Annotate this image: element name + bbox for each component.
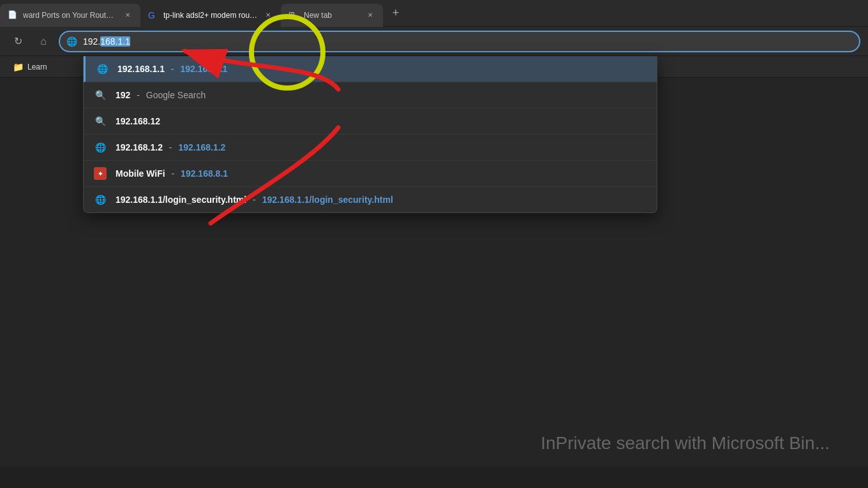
tab2-icon: G (148, 10, 158, 20)
dropdown-item-3[interactable]: 🌐 192.168.1.2 - 192.168.1.2 (84, 135, 657, 161)
dropdown-text-5: 192.168.1.1/login_security.html - 192.16… (116, 195, 393, 205)
dropdown-text-3: 192.168.1.2 - 192.168.1.2 (116, 142, 225, 152)
tab1-close[interactable]: ✕ (123, 10, 133, 20)
dropdown-bold-1: 192 (116, 90, 130, 100)
inprivate-text: InPrivate search with Microsoft Bin... (541, 433, 830, 454)
mobile-wifi-badge: ✦ (94, 167, 107, 180)
dropdown-link-4: 192.168.8.1 (181, 168, 228, 179)
search-icon-2: 🔍 (94, 115, 107, 128)
dropdown-dim-1: Google Search (146, 90, 206, 100)
home-button[interactable]: ⌂ (33, 31, 54, 52)
address-text-normal: 192. (83, 36, 100, 47)
refresh-button[interactable]: ↻ (8, 31, 28, 52)
tab2-close[interactable]: ✕ (263, 10, 273, 20)
dropdown-item-4[interactable]: ✦ Mobile WiFi - 192.168.8.1 (84, 161, 657, 187)
dropdown-link-5: 192.168.1.1/login_security.html (262, 195, 393, 205)
dropdown-sep-0: - (171, 64, 174, 74)
dropdown-sep-3: - (169, 142, 172, 152)
search-icon-1: 🔍 (94, 89, 107, 101)
dropdown-text-0: 192.168.1.1 - 192.168.1.1 (117, 64, 227, 74)
dropdown-item-2[interactable]: 🔍 192.168.12 (84, 108, 657, 135)
add-tab-button[interactable]: + (385, 3, 406, 24)
dropdown-item-1[interactable]: 🔍 192 - Google Search (84, 82, 657, 108)
tab3-icon: ⊞ (288, 10, 299, 20)
tab3-title: New tab (304, 11, 360, 20)
dropdown-sep-5: - (253, 195, 256, 205)
dropdown-sep-1: - (137, 90, 140, 100)
tab-bar: 📄 ward Ports on Your Router fo... ✕ G tp… (0, 0, 868, 27)
globe-icon-3: 🌐 (94, 141, 107, 154)
dropdown-link-0: 192.168.1.1 (180, 64, 227, 74)
bookmark-learn[interactable]: 📁 Learn (8, 59, 52, 75)
dropdown-item-5[interactable]: 🌐 192.168.1.1/login_security.html - 192.… (84, 187, 657, 212)
nav-bar: ↻ ⌂ 🌐 192.168.1.1 (0, 27, 868, 56)
tab3-close[interactable]: ✕ (365, 10, 375, 20)
bookmark-learn-label: Learn (27, 63, 47, 71)
address-bar[interactable]: 192.168.1.1 (59, 31, 860, 52)
dropdown-link-3: 192.168.1.2 (178, 142, 225, 152)
address-globe-icon: 🌐 (66, 36, 77, 47)
folder-icon: 📁 (13, 62, 24, 72)
dropdown-bold-3: 192.168.1.2 (116, 142, 163, 152)
address-text-selected: 168.1.1 (100, 36, 130, 47)
dropdown-bold-4: Mobile WiFi (116, 168, 165, 179)
tab-tplink[interactable]: G tp-link adsl2+ modem router IP ✕ (140, 4, 281, 27)
tab1-title: ward Ports on Your Router fo... (23, 11, 117, 20)
tab-forward-ports[interactable]: 📄 ward Ports on Your Router fo... ✕ (0, 4, 140, 27)
address-bar-container: 🌐 192.168.1.1 (59, 31, 860, 52)
tab2-title: tp-link adsl2+ modem router IP (163, 11, 258, 20)
tab1-icon: 📄 (8, 10, 18, 20)
dropdown-text-1: 192 - Google Search (116, 90, 206, 100)
dropdown-text-4: Mobile WiFi - 192.168.8.1 (116, 168, 228, 179)
dropdown-text-2: 192.168.12 (116, 116, 160, 126)
globe-icon-5: 🌐 (94, 193, 107, 206)
dropdown-bold-5: 192.168.1.1/login_security.html (116, 195, 246, 205)
globe-icon-0: 🌐 (96, 63, 108, 75)
tab-new[interactable]: ⊞ New tab ✕ (281, 4, 383, 27)
dropdown-item-0[interactable]: 🌐 192.168.1.1 - 192.168.1.1 (84, 56, 657, 82)
dropdown-bold-0: 192.168.1.1 (117, 64, 165, 74)
dropdown-sep-4: - (172, 168, 175, 179)
dropdown-bold-2: 192.168.12 (116, 116, 160, 126)
autocomplete-dropdown: 🌐 192.168.1.1 - 192.168.1.1 🔍 192 - Goog… (83, 56, 657, 213)
mobile-wifi-icon: ✦ (94, 167, 107, 180)
